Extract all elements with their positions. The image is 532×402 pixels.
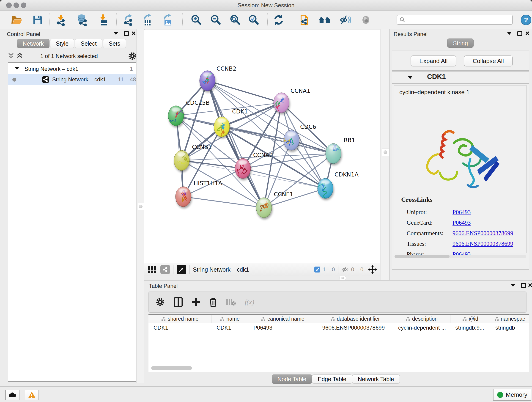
zoom-selected-button[interactable] — [247, 14, 260, 26]
panel-close-icon[interactable] — [525, 31, 529, 35]
collection-expand-icon[interactable] — [15, 67, 19, 70]
tab-edge-table[interactable]: Edge Table — [312, 375, 352, 384]
crosslink-link[interactable]: 9606.ENSP00000378699 — [452, 240, 513, 247]
zoom-in-button[interactable] — [190, 14, 203, 26]
tab-string[interactable]: String — [447, 38, 474, 48]
network-options-gear-button[interactable] — [128, 51, 137, 61]
table-cell[interactable]: CDK1 — [148, 323, 211, 332]
tab-style[interactable]: Style — [50, 39, 75, 48]
table-cell[interactable]: cyclin-dependent ... — [393, 323, 450, 332]
left-splitter-handle[interactable] — [137, 203, 144, 210]
tab-sets[interactable]: Sets — [103, 39, 126, 48]
expand-all-button[interactable]: Expand All — [411, 56, 456, 66]
function-builder-button[interactable]: f(x) — [245, 298, 254, 306]
table-cell[interactable]: P06493 — [248, 323, 317, 332]
export-table-button[interactable] — [141, 14, 154, 26]
table-cell[interactable]: CDK1 — [211, 323, 248, 332]
import-table-file-button[interactable] — [97, 14, 110, 26]
network-node-hist1h1a[interactable] — [176, 186, 191, 207]
column-header-name[interactable]: name — [211, 315, 248, 323]
birdseye-toggle-button[interactable] — [148, 265, 156, 274]
network-node-cdk1[interactable] — [214, 117, 230, 137]
table-cell[interactable]: stringdb:9... — [450, 323, 491, 332]
network-edge[interactable] — [207, 81, 264, 208]
zoom-fit-button[interactable] — [229, 14, 242, 26]
column-header--id[interactable]: @id — [450, 315, 491, 323]
results-scrollbar-track[interactable] — [394, 255, 526, 258]
right-splitter[interactable] — [380, 29, 390, 280]
open-in-browser-button[interactable] — [177, 265, 186, 274]
network-edge[interactable] — [207, 81, 333, 153]
column-header-shared-name[interactable]: shared name — [148, 315, 211, 323]
network-node-ccna1[interactable] — [273, 93, 289, 113]
show-all-button[interactable] — [360, 14, 372, 26]
network-row-selected[interactable]: String Network – cdk1 11 48 — [8, 74, 136, 85]
selected-checkbox-icon[interactable] — [314, 267, 320, 273]
crosslink-link[interactable]: P06493 — [452, 209, 471, 216]
panel-float-icon[interactable] — [517, 31, 522, 36]
column-header-description[interactable]: description — [393, 315, 450, 323]
crosslink-link[interactable]: P06493 — [452, 219, 471, 226]
panel-float-icon[interactable] — [124, 31, 129, 36]
cloud-status-button[interactable] — [5, 390, 19, 400]
column-header-canonical-name[interactable]: canonical name — [248, 315, 317, 323]
tab-network[interactable]: Network — [17, 39, 50, 48]
table-settings-button[interactable] — [155, 297, 165, 307]
network-node-cdc6[interactable] — [283, 130, 299, 150]
table-row[interactable]: CDK1CDK1P064939606.ENSP00000378699cyclin… — [148, 323, 529, 332]
network-node-ccnb2[interactable] — [200, 70, 215, 91]
column-header-database-identifier[interactable]: database identifier — [317, 315, 393, 323]
import-network-file-button[interactable] — [54, 14, 67, 26]
open-session-button[interactable] — [11, 14, 23, 26]
collapse-all-button[interactable]: Collapse All — [464, 56, 513, 66]
export-network-button[interactable] — [122, 14, 135, 26]
network-graph[interactable]: CCNB2CCNA1CDC25BCDK1CDC6RB1CCNB1CCNA2CDK… — [144, 30, 380, 263]
hide-selected-button[interactable] — [339, 14, 352, 26]
network-node-ccnb1[interactable] — [174, 150, 190, 171]
crosslink-link[interactable]: 9606.ENSP00000378699 — [452, 230, 513, 236]
network-node-rb1[interactable] — [326, 143, 341, 164]
network-edge[interactable] — [207, 81, 281, 103]
share-document-button[interactable] — [298, 14, 311, 26]
panel-menu-icon[interactable] — [511, 284, 515, 287]
panel-menu-icon[interactable] — [114, 32, 118, 35]
tab-node-table[interactable]: Node Table — [272, 375, 312, 384]
network-collection-row[interactable]: String Network – cdk1 1 — [8, 64, 136, 74]
bottom-splitter-handle[interactable] — [340, 276, 346, 280]
network-edge[interactable] — [183, 197, 264, 208]
network-edge[interactable] — [264, 188, 325, 208]
fit-selected-button[interactable] — [368, 265, 377, 274]
warnings-button[interactable] — [25, 390, 39, 400]
delete-table-button[interactable] — [226, 298, 236, 306]
table-cell[interactable]: stringdb — [490, 323, 529, 332]
panel-close-icon[interactable] — [528, 283, 532, 287]
results-scrollbar-thumb[interactable] — [394, 255, 450, 258]
right-splitter-handle[interactable] — [382, 148, 389, 156]
save-session-button[interactable] — [31, 14, 44, 26]
import-network-database-button[interactable] — [76, 14, 89, 26]
zoom-out-button[interactable] — [209, 14, 222, 26]
panel-close-icon[interactable] — [131, 31, 135, 35]
homes-button[interactable] — [318, 14, 331, 26]
tab-select[interactable]: Select — [75, 39, 102, 48]
delete-column-button[interactable] — [209, 297, 217, 307]
bottom-splitter[interactable] — [144, 275, 380, 280]
protein-collapse-icon[interactable] — [408, 76, 412, 79]
network-share-button[interactable] — [160, 265, 170, 274]
memory-button[interactable]: Memory — [493, 389, 531, 401]
network-canvas[interactable]: CCNB2CCNA1CDC25BCDK1CDC6RB1CCNB1CCNA2CDK… — [144, 30, 380, 263]
network-node-ccne1[interactable] — [256, 198, 272, 218]
left-splitter[interactable] — [136, 29, 145, 383]
export-image-button[interactable] — [161, 14, 174, 26]
network-node-ccna2[interactable] — [235, 158, 251, 179]
help-button[interactable]: ? — [520, 14, 532, 26]
panel-menu-icon[interactable] — [507, 32, 511, 35]
add-column-button[interactable] — [191, 298, 200, 306]
show-columns-button[interactable] — [174, 297, 183, 307]
table-cell[interactable]: 9606.ENSP00000378699 — [317, 323, 393, 332]
table-scrollbar-thumb[interactable] — [151, 366, 192, 370]
column-header-namespac[interactable]: namespac — [490, 315, 529, 323]
refresh-network-button[interactable] — [272, 14, 285, 26]
search-input[interactable] — [405, 17, 507, 23]
panel-float-icon[interactable] — [521, 283, 526, 288]
